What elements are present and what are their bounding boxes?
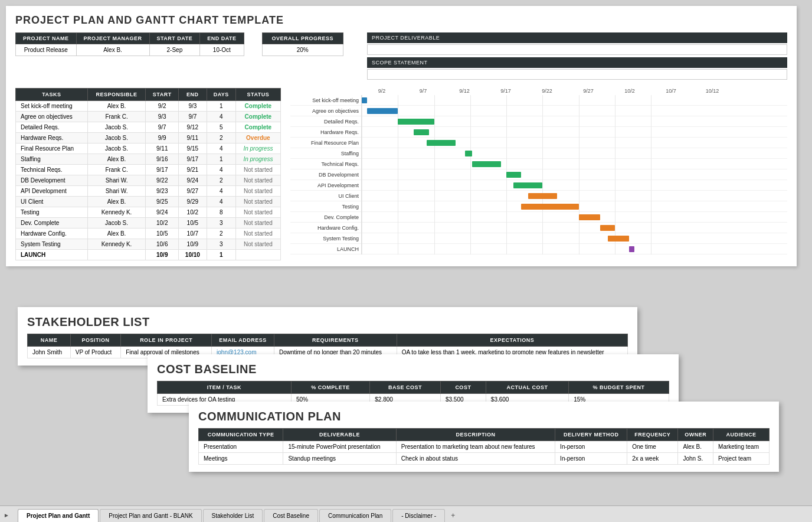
gantt-row-label: System Testing [290,236,361,242]
gantt-bar [528,193,557,199]
gantt-bar [629,246,634,252]
gantt-bar [506,172,521,178]
gantt-row: UI Client [290,191,787,201]
tasks-col-task: TASKS [16,89,88,101]
gantt-bar [414,129,429,135]
comm-col-method: DELIVERY METHOD [555,429,627,441]
tab-bar: ► Project Plan and GanttProject Plan and… [0,505,812,522]
gantt-bars-area [361,116,787,127]
comm-col-audience: AUDIENCE [713,429,770,441]
gantt-row-label: Testing [290,204,361,210]
tab-item[interactable]: Stakeholder List [203,509,263,522]
scope-content [367,69,787,80]
gantt-bars-area [361,127,787,138]
cost-col-actual: ACTUAL COST [486,381,568,394]
deliverable-content [367,44,787,55]
task-row: StaffingAlex B.9/169/171In progress [16,154,281,165]
gantt-row: Technical Reqs. [290,159,787,169]
gantt-row-label: Hardware Reqs. [290,129,361,135]
comm-row: Presentation15-minute PowerPoint present… [199,441,770,453]
gantt-bar [521,204,579,210]
task-row: Final Resource PlanJacob S.9/119/154In p… [16,143,281,154]
comm-col-owner: OWNER [678,429,713,441]
page-title: PROJECT PLAN AND GANTT CHART TEMPLATE [15,14,787,27]
end-date-value: 10-Oct [200,44,244,56]
sh-col-name: NAME [28,334,71,347]
gantt-date-label: 10/7 [650,88,692,94]
gantt-bars-area [361,106,787,116]
tab-item[interactable]: - Disclaimer - [392,509,445,522]
tab-list: Project Plan and GanttProject Plan and G… [18,509,446,522]
sh-col-requirements: REQUIREMENTS [274,334,397,347]
gantt-row: System Testing [290,233,787,244]
sh-col-expectations: EXPECTATIONS [397,334,627,347]
gantt-bar [513,182,542,188]
project-manager-value: Alex B. [76,44,149,56]
gantt-row: Agree on objectives [290,106,787,116]
tasks-col-days: DAYS [207,89,235,101]
gantt-row-label: Staffing [290,151,361,156]
gantt-row: Hardware Config. [290,223,787,233]
gantt-row: LAUNCH [290,244,787,255]
gantt-date-label: 9/7 [402,88,444,94]
tab-item[interactable]: Project Plan and Gantt - BLANK [100,509,201,522]
cost-title: COST BASELINE [157,363,669,376]
deliverable-section: PROJECT DELIVERABLE SCOPE STATEMENT [367,32,787,80]
gantt-bars-area [361,212,787,223]
tab-item[interactable]: Cost Baseline [264,509,318,522]
task-row: DB DevelopmentShari W.9/229/242Not start… [16,175,281,186]
gantt-bars-area [361,138,787,148]
sheet-main: PROJECT PLAN AND GANTT CHART TEMPLATE PR… [6,6,797,266]
gantt-bar [472,161,501,167]
gantt-bar [608,236,630,242]
gantt-row: Hardware Reqs. [290,127,787,138]
start-date-value: 2-Sep [149,44,200,56]
project-name-value: Product Release [16,44,77,56]
gantt-bars-area [361,159,787,169]
task-row: Set kick-off meetingAlex B.9/29/31Comple… [16,101,281,112]
gantt-row-label: UI Client [290,193,361,199]
gantt-row-label: LAUNCH [290,246,361,252]
comm-table: COMMUNICATION TYPE DELIVERABLE DESCRIPTI… [198,428,770,465]
task-row: TestingKennedy K.9/2410/28Not started [16,207,281,218]
task-row: UI ClientAlex B.9/259/294Not started [16,197,281,207]
gantt-row: Testing [290,201,787,212]
sh-col-role: ROLE IN PROJECT [121,334,212,347]
gantt-bars-area [361,169,787,180]
gantt-row-label: Hardware Config. [290,225,361,231]
gantt-date-label: 9/12 [444,88,485,94]
add-tab-button[interactable]: + [446,509,460,522]
tab-nav[interactable]: ► [4,512,9,518]
comm-col-type: COMMUNICATION TYPE [199,429,283,441]
gantt-bar [367,108,398,114]
gantt-bar [398,119,434,125]
gantt-bars-area [361,201,787,212]
task-row: System TestingKennedy K.10/610/93Not sta… [16,239,281,250]
progress-value: 20% [262,44,343,56]
task-row: Dev. CompleteJacob S.10/210/53Not starte… [16,218,281,229]
task-row: Hardware Config.Alex B.10/510/72Not star… [16,229,281,239]
cost-col-cost: COST [440,381,486,394]
gantt-row-label: Detailed Reqs. [290,119,361,125]
gantt-bars-area [361,95,787,106]
project-header: PROJECT NAME PROJECT MANAGER START DATE … [15,32,787,80]
cost-col-budget: % BUDGET SPENT [569,381,669,394]
scope-header: SCOPE STATEMENT [367,57,787,68]
gantt-row: DB Development [290,169,787,180]
gantt-date-label: 9/22 [526,88,568,94]
tasks-col-status: STATUS [235,89,280,101]
gantt-row-label: Agree on objectives [290,108,361,114]
tasks-table: TASKS RESPONSIBLE START END DAYS STATUS … [15,88,281,260]
gantt-row-label: DB Development [290,172,361,178]
gantt-bars-area [361,180,787,191]
comm-col-frequency: FREQUENCY [627,429,678,441]
gantt-row-label: Set kick-off meeting [290,97,361,103]
gantt-row: Set kick-off meeting [290,95,787,106]
task-row: API DevelopmentShari W.9/239/274Not star… [16,186,281,197]
stakeholder-title: STAKEHOLDER LIST [27,315,628,329]
tab-item[interactable]: Project Plan and Gantt [18,509,99,522]
comm-row: MeetingsStandup meetingsCheck in about s… [199,453,770,465]
gantt-section: 9/29/79/129/179/229/2710/210/710/12 Set … [290,88,787,260]
gantt-row: Detailed Reqs. [290,116,787,127]
tab-item[interactable]: Communication Plan [319,509,391,522]
